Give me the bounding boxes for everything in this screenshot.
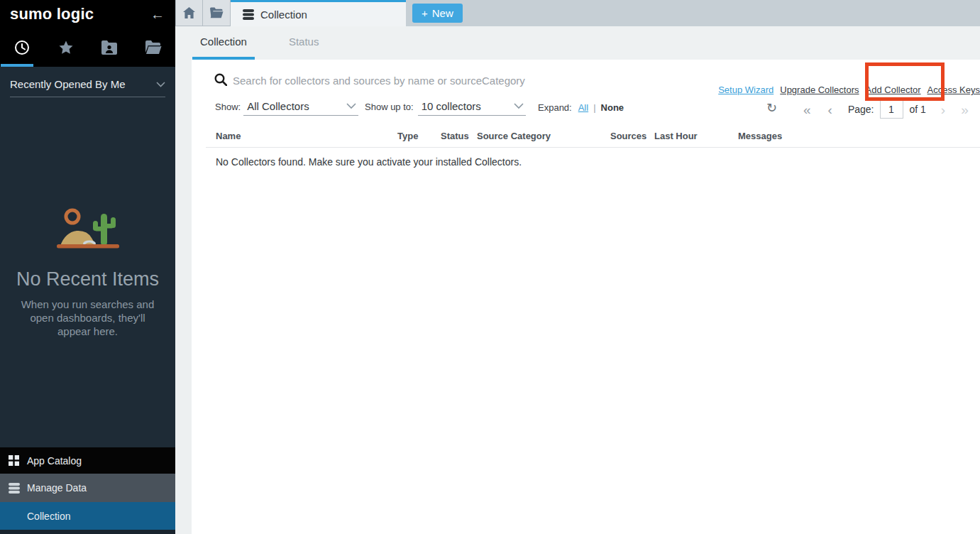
new-button[interactable]: + New [412, 4, 463, 23]
sidebar: sumo logic ← [0, 0, 175, 534]
expand-label: Expand: [538, 102, 572, 113]
sidebar-item-app-catalog[interactable]: App Catalog [0, 447, 175, 474]
table-header-divider [206, 147, 980, 148]
database-icon [243, 9, 254, 20]
column-header-last-hour[interactable]: Last Hour [654, 131, 698, 141]
library-tab[interactable] [131, 28, 175, 67]
main-area: Collection + New Collection Status Setup… [175, 0, 980, 534]
favorites-tab[interactable] [44, 28, 88, 67]
desert-illustration [55, 206, 121, 253]
sidebar-item-collection[interactable]: Collection [0, 502, 175, 530]
tab-label: Collection [260, 9, 307, 21]
home-icon [183, 7, 195, 18]
show-label: Show: [215, 102, 241, 116]
previous-page-button[interactable]: ‹ [828, 103, 832, 116]
column-header-type[interactable]: Type [397, 131, 418, 141]
library-button[interactable] [203, 0, 231, 26]
app-root: { "sidebar": { "logo": "sumo logic", "re… [0, 0, 980, 534]
content-panel: Setup Wizard Upgrade Collectors Add Coll… [192, 60, 980, 534]
limit-filter: Show up to: 10 collectors [365, 100, 526, 116]
sidebar-item-manage-data[interactable]: Manage Data [0, 474, 175, 502]
first-page-button[interactable]: « [803, 103, 811, 116]
page-of-label: of 1 [910, 104, 926, 115]
shared-content-tab[interactable] [88, 28, 132, 67]
chevron-down-icon [346, 103, 356, 109]
expand-separator: | [593, 102, 595, 113]
open-folder-icon [145, 40, 162, 55]
show-select[interactable]: All Collectors [243, 100, 358, 116]
show-up-to-label: Show up to: [365, 102, 414, 116]
recents-tab[interactable] [0, 28, 44, 67]
expand-controls: Expand: All | None [538, 102, 624, 113]
sidebar-top-bar: sumo logic ← [0, 0, 175, 28]
new-button-label: New [432, 7, 453, 19]
sidebar-item-label: Collection [27, 511, 70, 522]
upgrade-collectors-link[interactable]: Upgrade Collectors [780, 85, 859, 95]
column-header-messages[interactable]: Messages [738, 131, 782, 141]
database-icon [9, 483, 27, 494]
subtab-bar: Collection Status [175, 26, 980, 60]
search-icon [214, 73, 227, 86]
recently-opened-label: Recently Opened By Me [10, 78, 126, 90]
pagination: « ‹ Page: of 1 › » [803, 100, 969, 119]
sidebar-bottom-nav: App Catalog Manage Data Collection [0, 447, 175, 534]
search-row: Setup Wizard Upgrade Collectors Add Coll… [192, 70, 980, 92]
sidebar-icon-strip [0, 28, 175, 67]
sidebar-nav-stub [0, 530, 175, 534]
expand-none-link[interactable]: None [601, 102, 624, 113]
column-header-name[interactable]: Name [216, 131, 241, 141]
collectors-table-header: Name Type Status Source Category Sources… [192, 131, 980, 146]
column-header-source-category[interactable]: Source Category [477, 131, 551, 141]
recently-opened-dropdown[interactable]: Recently Opened By Me [10, 78, 165, 97]
chevron-down-icon [514, 103, 524, 109]
show-select-value: All Collectors [247, 100, 309, 112]
home-button[interactable] [175, 0, 203, 26]
subtab-status[interactable]: Status [281, 26, 327, 60]
setup-wizard-link[interactable]: Setup Wizard [718, 85, 773, 95]
expand-all-link[interactable]: All [578, 102, 588, 113]
clock-icon [13, 39, 31, 56]
star-icon [57, 39, 75, 56]
top-tab-strip: Collection + New [175, 0, 980, 26]
add-collector-link[interactable]: Add Collector [866, 85, 921, 95]
sidebar-empty-state: No Recent Items When you run searches an… [0, 206, 175, 339]
limit-select[interactable]: 10 collectors [418, 100, 526, 116]
folder-person-icon [101, 40, 118, 55]
filter-row: Show: All Collectors Show up to: 10 coll… [192, 100, 980, 123]
search-input[interactable] [233, 71, 602, 89]
sumo-logic-logo: sumo logic [10, 5, 94, 23]
active-tab-underline [1, 64, 33, 67]
refresh-button[interactable]: ↻ [766, 100, 777, 116]
no-recent-items-caption: When you run searches and open dashboard… [13, 298, 163, 339]
show-filter: Show: All Collectors [215, 100, 358, 116]
sidebar-item-label: Manage Data [27, 482, 87, 494]
sidebar-item-label: App Catalog [27, 455, 82, 467]
column-header-status[interactable]: Status [441, 131, 469, 141]
grid-icon [9, 455, 27, 466]
tab-collection[interactable]: Collection [231, 0, 406, 26]
last-page-button[interactable]: » [961, 103, 969, 116]
plus-icon: + [422, 7, 428, 19]
page-label: Page: [848, 104, 874, 115]
access-keys-link[interactable]: Access Keys [927, 85, 980, 95]
empty-table-message: No Collectors found. Make sure you activ… [216, 156, 522, 168]
subtab-collection[interactable]: Collection [192, 26, 255, 60]
folder-icon [210, 7, 224, 18]
column-header-sources[interactable]: Sources [610, 131, 646, 141]
chevron-down-icon [156, 82, 165, 87]
toolbar-links: Setup Wizard Upgrade Collectors Add Coll… [718, 85, 980, 95]
collapse-sidebar-icon[interactable]: ← [150, 7, 165, 21]
page-number-input[interactable] [880, 100, 903, 119]
next-page-button[interactable]: › [941, 103, 945, 116]
no-recent-items-title: No Recent Items [0, 268, 175, 290]
limit-select-value: 10 collectors [422, 100, 481, 112]
